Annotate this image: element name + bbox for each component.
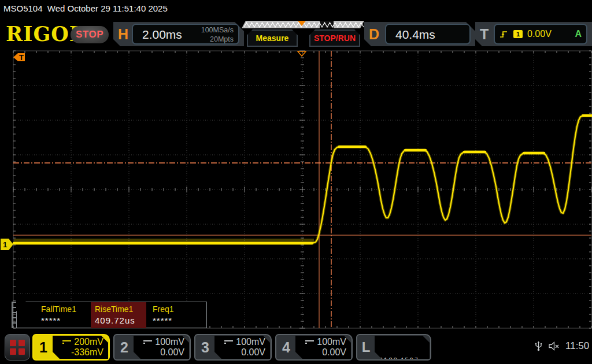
trigger-position-marker xyxy=(298,51,306,56)
measure-button[interactable]: Measure xyxy=(247,29,298,47)
acquisition-info: 100MSa/s 20Mpts xyxy=(201,26,234,44)
model-and-datetime: MSO5104 Wed October 29 11:51:40 2025 xyxy=(3,3,168,13)
title-bar: MSO5104 Wed October 29 11:51:40 2025 xyxy=(0,0,592,17)
dc-coupling-icon xyxy=(305,340,314,344)
channel-values: 200mV -336mV xyxy=(53,336,108,359)
sample-rate: 100MSa/s xyxy=(201,26,234,35)
measurement-panel-body: FallTime1 ***** RiseTime1 409.72us Freq1… xyxy=(16,302,207,328)
channel-offset: 0.00V xyxy=(298,347,346,358)
delay-value: 40.4ms xyxy=(395,28,435,42)
channel-number: 2 xyxy=(114,335,134,359)
measurement-item-falltime[interactable]: FallTime1 ***** xyxy=(37,302,80,329)
channel-status-bar: 1 200mV -336mV 2 100mV 0.00V 3 xyxy=(0,332,592,364)
measurement-item-freq[interactable]: Freq1 ***** xyxy=(149,302,178,329)
measurement-label: Freq1 xyxy=(153,304,174,314)
trigger-settings-box[interactable]: T 1 0.00V A xyxy=(475,22,592,46)
delay-settings-box[interactable]: D 40.4ms xyxy=(364,22,475,46)
timebase-box: 2.00ms 100MSa/s 20Mpts xyxy=(132,24,239,44)
run-state-badge[interactable]: STOP xyxy=(71,26,109,43)
delay-label: D xyxy=(369,26,379,43)
channel-values: 100mV 0.00V xyxy=(134,336,189,359)
channel-scale: 100mV xyxy=(155,337,184,347)
channel-scale: 100mV xyxy=(236,337,265,347)
run-state-label: STOP xyxy=(76,29,103,40)
status-icons: 11:50 xyxy=(535,340,589,352)
rising-edge-icon xyxy=(500,29,509,39)
trigger-box: 1 0.00V A xyxy=(494,24,587,44)
channel-1-box[interactable]: 1 200mV -336mV xyxy=(32,334,110,361)
channel-offset: 0.00V xyxy=(217,347,265,358)
header-bar: RIGOL STOP H 2.00ms 100MSa/s 20Mpts Meas… xyxy=(0,17,592,49)
logic-row-1: 0 1 2 3 4 5 6 7 xyxy=(379,356,430,364)
channel-number: 4 xyxy=(276,335,296,359)
menu-grid-button[interactable] xyxy=(5,334,30,361)
logic-label: L xyxy=(357,335,375,359)
channel-number: 3 xyxy=(195,335,215,359)
horizontal-label: H xyxy=(118,26,128,43)
grid-icon xyxy=(10,340,25,355)
measurement-value: ***** xyxy=(153,315,174,325)
measurement-panel[interactable]: FallTime1 ***** RiseTime1 409.72us Freq1… xyxy=(12,302,207,328)
dc-coupling-icon xyxy=(143,340,152,344)
usb-icon xyxy=(535,340,542,352)
measurement-value: ***** xyxy=(41,315,76,325)
waveform-display[interactable]: T1 xyxy=(0,49,592,333)
trigger-sweep-mode: A xyxy=(575,29,582,39)
memory-position-strip[interactable] xyxy=(242,21,364,29)
measurement-label: FallTime1 xyxy=(41,304,76,314)
channel-offset: -336mV xyxy=(55,347,103,358)
channel-2-box[interactable]: 2 100mV 0.00V xyxy=(113,334,191,361)
channel-scale: 100mV xyxy=(317,337,346,347)
measure-button-label: Measure xyxy=(256,34,289,43)
timebase-value: 2.00ms xyxy=(142,28,182,42)
dc-coupling-icon xyxy=(224,340,233,344)
horizontal-settings-box[interactable]: H 2.00ms 100MSa/s 20Mpts xyxy=(113,22,244,46)
svg-text:T: T xyxy=(19,53,24,62)
channel-values: 100mV 0.00V xyxy=(214,336,270,359)
panel-drag-handle[interactable] xyxy=(12,302,16,328)
measurement-label: RiseTime1 xyxy=(95,304,142,314)
delay-box: 40.4ms xyxy=(385,24,471,44)
measurement-value: 409.72us xyxy=(95,315,142,325)
oscilloscope-screen: MSO5104 Wed October 29 11:51:40 2025 RIG… xyxy=(0,0,592,364)
logic-channel-list: 0 1 2 3 4 5 6 7 8 9 1011 12131415 xyxy=(375,336,430,359)
memory-depth: 20Mpts xyxy=(201,35,234,44)
stop-run-button[interactable]: STOP/RUN xyxy=(309,29,360,47)
channel-3-box[interactable]: 3 100mV 0.00V xyxy=(194,334,272,361)
stop-run-button-label: STOP/RUN xyxy=(314,34,356,43)
clock: 11:50 xyxy=(565,340,589,352)
speaker-muted-icon[interactable] xyxy=(548,341,560,351)
dc-coupling-icon xyxy=(62,340,71,344)
channel-number: 1 xyxy=(34,335,53,359)
measurement-item-risetime[interactable]: RiseTime1 409.72us xyxy=(91,302,146,329)
channel-offset: 0.00V xyxy=(136,347,184,358)
channel-values: 100mV 0.00V xyxy=(295,336,351,359)
trigger-source-badge: 1 xyxy=(513,30,523,38)
trigger-label: T xyxy=(480,26,489,43)
channel-4-box[interactable]: 4 100mV 0.00V xyxy=(275,334,353,361)
channel-scale: 200mV xyxy=(74,337,103,347)
trigger-level-value: 0.00V xyxy=(527,29,552,39)
logic-channels-box[interactable]: L 0 1 2 3 4 5 6 7 8 9 1011 12131415 xyxy=(356,334,431,361)
svg-text:1: 1 xyxy=(3,240,7,249)
